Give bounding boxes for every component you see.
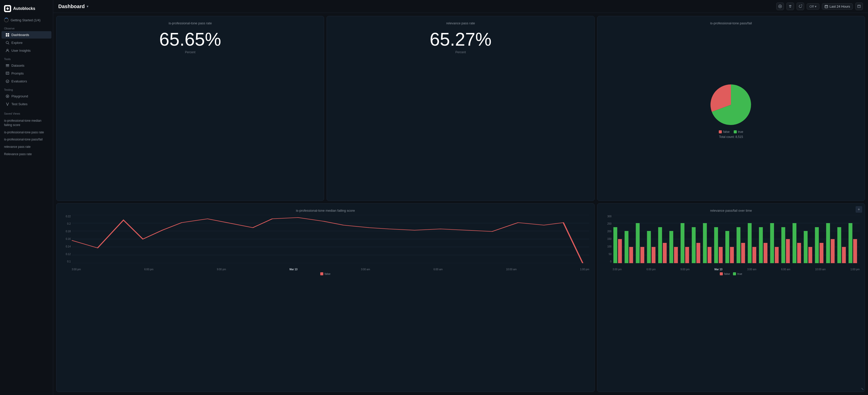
svg-rect-49 — [658, 227, 662, 263]
header: Dashboard ▾ Off ▾ Last 24 Hours — [53, 0, 868, 13]
pie-legend: false true — [719, 130, 743, 134]
svg-rect-71 — [781, 227, 785, 263]
x-label-6: 10:00 am — [506, 268, 517, 271]
sidebar-item-datasets[interactable]: Datasets — [2, 62, 52, 69]
getting-started-item[interactable]: Getting Started (1/4) — [0, 16, 53, 24]
sidebar: Autoblocks Getting Started (1/4) Observe… — [0, 0, 53, 395]
svg-rect-73 — [793, 223, 796, 263]
y-label-3: 0.16 — [62, 237, 72, 241]
y-label-0: 0.22 — [62, 215, 72, 218]
line-false-dot — [320, 272, 323, 275]
sidebar-item-explore[interactable]: Explore — [2, 39, 52, 47]
add-dashboard-button[interactable] — [776, 3, 784, 10]
y-label-5: 0.12 — [62, 253, 72, 256]
bar-chart-x-axis: 3:00 pm 6:00 pm 9:00 pm Mar 13 3:00 am 6… — [613, 264, 860, 271]
svg-rect-80 — [831, 239, 835, 263]
svg-rect-58 — [708, 247, 711, 263]
svg-rect-77 — [815, 227, 818, 263]
spinner-icon — [4, 18, 9, 22]
dashboards-icon — [6, 33, 9, 37]
auto-refresh-button[interactable]: Off ▾ — [807, 3, 819, 10]
settings-button[interactable] — [855, 3, 863, 10]
time-range-button[interactable]: Last 24 Hours — [822, 3, 853, 10]
prompts-label: Prompts — [11, 72, 24, 75]
bar-chart-area: 300 250 200 150 100 50 0 — [602, 215, 860, 271]
svg-rect-56 — [696, 243, 700, 263]
bar-true-dot — [733, 272, 736, 275]
x-label-7: 1:00 pm — [580, 268, 589, 271]
bar-x-2: 9:00 pm — [681, 268, 690, 271]
observe-section-label: Observe — [0, 24, 53, 31]
svg-rect-42 — [618, 239, 622, 263]
svg-rect-2 — [8, 33, 9, 35]
y-label-6: 0.1 — [62, 260, 72, 263]
bar-x-5: 6:00 am — [781, 268, 790, 271]
main-content: Dashboard ▾ Off ▾ Last 24 Hours — [53, 0, 868, 395]
svg-rect-78 — [819, 243, 824, 263]
pass-rate-1-subtitle: Percent — [62, 51, 319, 54]
bar-y-4: 100 — [602, 245, 613, 248]
x-label-1: 6:00 pm — [144, 268, 153, 271]
line-chart-y-axis: 0.22 0.2 0.18 0.16 0.14 0.12 0.1 — [62, 215, 72, 263]
svg-rect-1 — [6, 33, 7, 35]
bar-y-2: 200 — [602, 230, 613, 233]
svg-rect-45 — [636, 223, 640, 263]
svg-rect-8 — [6, 64, 9, 65]
svg-rect-57 — [703, 223, 707, 263]
bar-chart-title: relevance pass/fail over time — [602, 209, 860, 213]
saved-view-3[interactable]: relevance pass rate — [0, 143, 53, 150]
true-dot — [734, 130, 737, 133]
user-insights-icon — [6, 49, 9, 53]
delete-dashboard-button[interactable] — [786, 3, 794, 10]
svg-rect-43 — [624, 231, 628, 263]
saved-view-0[interactable]: is-professional-tone median failing scor… — [0, 117, 53, 129]
sidebar-item-user-insights[interactable]: User Insights — [2, 47, 52, 54]
svg-marker-15 — [7, 95, 9, 97]
line-chart-x-axis: 3:00 pm 6:00 pm 9:00 pm Mar 13 3:00 am 6… — [72, 264, 589, 271]
calendar-icon — [825, 5, 828, 8]
saved-view-4[interactable]: Relevance pass rate — [0, 150, 53, 158]
calendar2-icon — [857, 5, 861, 8]
tools-section-label: Tools — [0, 55, 53, 62]
header-left: Dashboard ▾ — [58, 4, 88, 9]
pass-rate-2-subtitle: Percent — [332, 51, 589, 54]
add-widget-button[interactable]: + — [856, 206, 862, 213]
svg-rect-3 — [6, 35, 7, 36]
svg-rect-51 — [670, 231, 673, 263]
svg-rect-64 — [741, 243, 745, 263]
explore-icon — [6, 41, 9, 45]
sidebar-item-dashboards[interactable]: Dashboards — [2, 31, 52, 38]
bar-false-dot — [720, 272, 723, 275]
x-label-0: 3:00 pm — [72, 268, 81, 271]
bar-false-label: false — [724, 272, 730, 275]
pass-rate-card-2: relevance pass rate 65.27% Percent — [327, 16, 594, 201]
svg-line-6 — [8, 44, 9, 45]
sidebar-item-test-suites[interactable]: Test Suites — [2, 101, 52, 108]
line-legend-false: false — [320, 272, 330, 275]
x-label-2: 9:00 pm — [217, 268, 226, 271]
sidebar-item-playground[interactable]: Playground — [2, 92, 52, 100]
bar-chart-y-axis: 300 250 200 150 100 50 0 — [602, 215, 613, 263]
pass-rate-2-value: 65.27% — [332, 30, 589, 49]
sidebar-item-evaluators[interactable]: Evaluators — [2, 78, 52, 85]
svg-rect-10 — [6, 66, 9, 67]
svg-rect-47 — [647, 231, 651, 263]
svg-rect-65 — [748, 223, 751, 263]
svg-rect-76 — [808, 247, 812, 263]
saved-view-1[interactable]: is-professional-tone pass rate — [0, 129, 53, 136]
svg-rect-9 — [6, 65, 9, 66]
line-chart-card: is-professional-tone median failing scor… — [56, 203, 595, 392]
saved-view-2[interactable]: is-professional-tone pass/fail — [0, 136, 53, 143]
test-suites-label: Test Suites — [11, 102, 28, 106]
bar-x-7: 1:00 pm — [850, 268, 860, 271]
resize-handle[interactable]: ⤡ — [861, 387, 864, 391]
prompts-icon — [6, 72, 9, 75]
chevron-down-icon[interactable]: ▾ — [87, 4, 88, 8]
svg-rect-79 — [826, 223, 830, 263]
y-label-2: 0.18 — [62, 230, 72, 233]
svg-rect-62 — [730, 247, 734, 263]
line-false-label: false — [324, 272, 330, 275]
sidebar-item-prompts[interactable]: Prompts — [2, 70, 52, 77]
refresh-button[interactable] — [797, 3, 804, 10]
chevron-down-icon-header: ▾ — [815, 5, 816, 8]
